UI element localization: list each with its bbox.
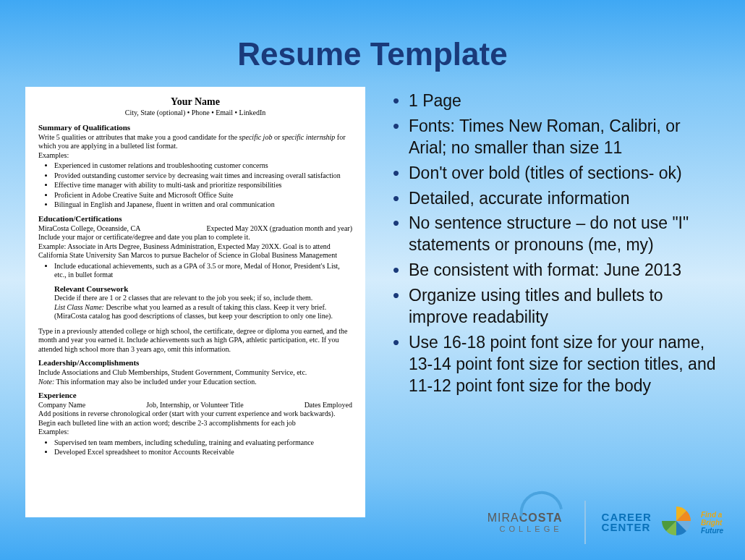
examples-label: Examples:	[38, 151, 352, 161]
logo-divider	[584, 501, 586, 544]
relevant-coursework-title: Relevant Coursework	[54, 284, 352, 294]
leadership-note: Note: This information may also be inclu…	[38, 378, 352, 387]
summary-bullets: Experienced in customer relations and tr…	[54, 161, 352, 210]
list-item: Experienced in customer relations and tr…	[54, 161, 352, 171]
list-item: Include educational achievements, such a…	[54, 262, 352, 280]
tip-item: Fonts: Times New Roman, Calibri, or Aria…	[387, 116, 720, 159]
sunburst-icon	[659, 504, 694, 541]
rc-line2: List Class Name: Describe what you learn…	[54, 303, 352, 321]
edu-instruction: Include your major or certificate/degree…	[38, 233, 352, 242]
college-text: COLLEGE	[488, 525, 563, 533]
career-center-text: CAREER CENTER	[602, 512, 652, 533]
tip-item: Detailed, accurate information	[387, 188, 720, 210]
slide-title: Resume Template	[0, 0, 745, 87]
tip-item: No sentence structure – do not use "I" s…	[387, 213, 720, 256]
tip-item: 1 Page	[387, 90, 720, 112]
exp-heading-line: Company Name Job, Internship, or Volunte…	[38, 401, 352, 410]
list-item: Effective time manager with ability to m…	[54, 181, 352, 190]
list-item: Developed Excel spreadsheet to monitor A…	[54, 448, 352, 457]
tip-item: Use 16-18 point font size for your name,…	[387, 332, 720, 397]
education-title: Education/Certifications	[38, 214, 352, 224]
exp-bullets: Supervised ten team members, including s…	[54, 438, 352, 457]
content-row: Your Name City, State (optional) • Phone…	[0, 87, 745, 517]
experience-title: Experience	[38, 391, 352, 401]
resume-contact-line: City, State (optional) • Phone • Email •…	[38, 109, 352, 118]
edu-bullets: Include educational achievements, such a…	[54, 262, 352, 280]
list-item: Provided outstanding customer service by…	[54, 171, 352, 181]
list-item: Bilingual in English and Japanese, fluen…	[54, 200, 352, 210]
tip-item: Be consistent with format: June 2013	[387, 260, 720, 281]
miracosta-logo: MIRACOSTA COLLEGE	[488, 512, 569, 533]
exp-desc: Add positions in reverse chronological o…	[38, 410, 352, 428]
resume-name: Your Name	[38, 96, 352, 109]
leadership-line1: Include Associations and Club Membership…	[38, 368, 352, 378]
list-item: Proficient in Adobe Creative Suite and M…	[54, 191, 352, 200]
footer-logos: MIRACOSTA COLLEGE CAREER CENTER Find a B…	[488, 501, 723, 544]
exp-examples-label: Examples:	[38, 428, 352, 437]
edu-example: Example: Associate in Arts Degree, Busin…	[38, 242, 352, 260]
tip-item: Organize using titles and bullets to imp…	[387, 285, 720, 328]
summary-title: Summary of Qualifications	[38, 123, 352, 133]
career-center-logo: CAREER CENTER Find a Bright Future	[602, 504, 723, 541]
list-item: Supervised ten team members, including s…	[54, 438, 352, 448]
tips-list: 1 Page Fonts: Times New Roman, Calibri, …	[387, 90, 720, 397]
resume-sample-document: Your Name City, State (optional) • Phone…	[25, 87, 365, 517]
edu-heading-line: MiraCosta College, Oceanside, CA Expecte…	[38, 224, 352, 234]
prev-college: Type in a previously attended college or…	[38, 327, 352, 355]
tip-item: Don't over bold (titles of sections- ok)	[387, 163, 720, 184]
rc-line1: Decide if there are 1 or 2 classes that …	[54, 294, 352, 303]
leadership-title: Leadership/Accomplishments	[38, 358, 352, 368]
summary-intro: Write 5 qualities or attributes that mak…	[38, 133, 352, 151]
arc-icon	[516, 488, 562, 517]
tips-panel: 1 Page Fonts: Times New Roman, Calibri, …	[387, 87, 720, 517]
tagline: Find a Bright Future	[701, 511, 723, 535]
